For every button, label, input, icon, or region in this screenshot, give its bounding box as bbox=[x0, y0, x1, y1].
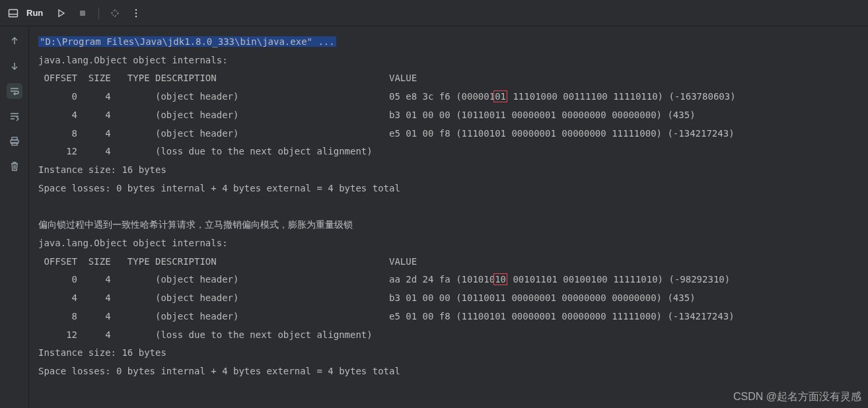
panel-layout-icon[interactable] bbox=[5, 5, 21, 21]
table-row: 8 4 (object header) e5 01 00 f8 (1110010… bbox=[38, 311, 735, 322]
more-icon[interactable] bbox=[128, 5, 144, 21]
scroll-down-icon[interactable] bbox=[7, 58, 22, 74]
table-row: 0 4 (object header) aa 2d 24 fa (1010101… bbox=[38, 274, 730, 285]
space-losses: Space losses: 0 bytes internal + 4 bytes… bbox=[38, 366, 400, 376]
instance-size: Instance size: 16 bytes bbox=[38, 347, 166, 358]
space-losses: Space losses: 0 bytes internal + 4 bytes… bbox=[38, 183, 400, 193]
instance-size: Instance size: 16 bytes bbox=[38, 164, 166, 175]
block2-header: OFFSET SIZE TYPE DESCRIPTION VALUE bbox=[38, 256, 417, 267]
table-row: 12 4 (loss due to the next object alignm… bbox=[38, 329, 373, 340]
table-row: 0 4 (object header) 05 e8 3c f6 (0000010… bbox=[38, 91, 736, 102]
svg-rect-9 bbox=[12, 143, 17, 145]
run-toolbar: Run bbox=[0, 0, 868, 26]
highlight-bits-1: 01 bbox=[493, 90, 507, 102]
scroll-to-end-icon[interactable] bbox=[7, 108, 22, 124]
table-row: 4 4 (object header) b3 01 00 00 (1011001… bbox=[38, 292, 696, 303]
softwrap-icon[interactable] bbox=[7, 83, 22, 99]
block1-header: OFFSET SIZE TYPE DESCRIPTION VALUE bbox=[38, 73, 417, 83]
table-row: 4 4 (object header) b3 01 00 00 (1011001… bbox=[38, 110, 696, 120]
block1-title: java.lang.Object object internals: bbox=[38, 55, 228, 65]
svg-point-4 bbox=[135, 9, 137, 10]
svg-rect-0 bbox=[9, 9, 18, 17]
command-line: "D:\Program Files\Java\jdk1.8.0_333\bin\… bbox=[38, 36, 336, 47]
console-gutter bbox=[0, 26, 29, 408]
run-tab-label[interactable]: Run bbox=[26, 8, 43, 18]
rerun-icon[interactable] bbox=[54, 5, 69, 21]
svg-point-6 bbox=[135, 15, 137, 17]
note-chinese: 偏向锁过程中遇到一致性哈希计算请求，立马撤销偏向模式，膨胀为重量级锁 bbox=[38, 219, 353, 230]
table-row: 8 4 (object header) e5 01 00 f8 (1110010… bbox=[38, 128, 735, 139]
table-row: 12 4 (loss due to the next object alignm… bbox=[38, 146, 373, 156]
stop-icon bbox=[75, 5, 90, 21]
block2-title: java.lang.Object object internals: bbox=[38, 238, 228, 248]
attach-debugger-icon[interactable] bbox=[107, 5, 123, 21]
highlight-bits-2: 10 bbox=[493, 273, 507, 285]
svg-point-3 bbox=[112, 11, 118, 16]
trash-icon[interactable] bbox=[7, 158, 22, 174]
svg-point-5 bbox=[135, 12, 137, 13]
print-icon[interactable] bbox=[7, 133, 22, 149]
svg-rect-2 bbox=[80, 11, 85, 16]
scroll-up-icon[interactable] bbox=[7, 33, 22, 49]
watermark: CSDN @起名方面没有灵感 bbox=[733, 390, 861, 404]
console-output[interactable]: "D:\Program Files\Java\jdk1.8.0_333\bin\… bbox=[29, 26, 868, 408]
run-body: "D:\Program Files\Java\jdk1.8.0_333\bin\… bbox=[0, 26, 868, 408]
toolbar-separator bbox=[98, 7, 99, 19]
